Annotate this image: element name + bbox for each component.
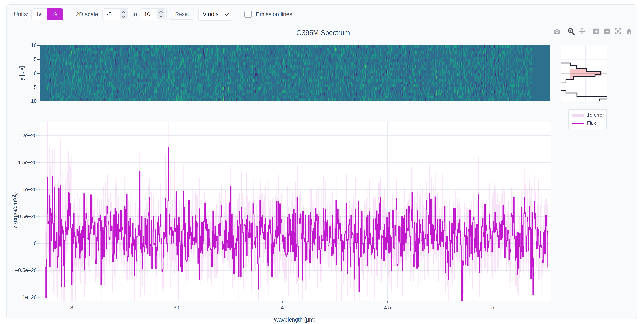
- tick-mark: [37, 270, 40, 271]
- step-down-icon[interactable]: [160, 14, 163, 17]
- y1d-tick-label: 1e−20: [7, 186, 37, 193]
- tick-mark: [37, 45, 40, 46]
- tick-mark: [37, 297, 40, 298]
- x-axis-title: Wavelength (μm): [274, 317, 316, 323]
- tick-mark: [37, 243, 40, 244]
- x-tick-label: 5: [482, 305, 504, 311]
- scale-label: 2D scale:: [76, 11, 100, 17]
- scale-min-stepper[interactable]: [120, 9, 128, 19]
- step-up-icon[interactable]: [160, 11, 163, 14]
- tick-mark: [37, 189, 40, 190]
- toolbar-divider: [70, 9, 70, 19]
- tick-mark: [37, 136, 40, 136]
- reset-button[interactable]: Reset: [170, 9, 194, 20]
- colormap-selected-value: Viridis: [203, 11, 219, 18]
- y2d-tick-label: −10: [7, 98, 37, 104]
- x-tick-label: 3: [60, 305, 83, 311]
- viewer-card: Units: fν fλ 2D scale: -5 to 10: [6, 4, 637, 320]
- pan-tool-icon[interactable]: [578, 27, 586, 36]
- scale-min-value: -5: [106, 11, 120, 17]
- tick-mark: [387, 301, 388, 303]
- legend-item-flux[interactable]: Flux: [572, 121, 606, 126]
- plot-legend: 1σ error Flux: [568, 109, 607, 129]
- scale-max-input[interactable]: 10: [140, 8, 167, 20]
- tick-mark: [282, 301, 283, 303]
- tick-mark: [37, 87, 40, 87]
- y1d-tick-label: −0.5e−20: [7, 267, 37, 274]
- units-toggle-group: fν fλ: [31, 8, 64, 20]
- y2d-tick-label: 0: [7, 70, 37, 76]
- toolbar: Units: fν fλ 2D scale: -5 to 10: [7, 4, 637, 24]
- scale-min-input[interactable]: -5: [102, 8, 129, 20]
- unit-fnu-button[interactable]: fν: [31, 8, 47, 20]
- plot-modebar: [550, 27, 634, 36]
- unit-flambda-button[interactable]: fλ: [47, 8, 64, 20]
- spectrum-2d-heatmap[interactable]: [40, 45, 550, 101]
- x-tick-label: 4.5: [376, 305, 399, 311]
- spatial-profile-plot[interactable]: [561, 45, 606, 101]
- y1d-tick-label: 0.5e−20: [7, 213, 37, 220]
- y1d-tick-label: −1e−20: [7, 294, 37, 301]
- scale-max-stepper[interactable]: [157, 9, 165, 19]
- tick-mark: [37, 216, 40, 217]
- y2d-tick-label: −5: [7, 84, 37, 90]
- tick-mark: [37, 162, 40, 163]
- emission-lines-checkbox[interactable]: [244, 11, 252, 18]
- zoom-in-icon[interactable]: [592, 27, 600, 36]
- spectrum-1d-plot[interactable]: [40, 122, 551, 301]
- tick-mark: [72, 301, 72, 303]
- tick-mark: [37, 73, 40, 74]
- colormap-select[interactable]: Viridis: [198, 7, 232, 21]
- autoscale-icon[interactable]: [614, 27, 622, 36]
- flux-line-swatch: [572, 123, 584, 124]
- tick-mark: [177, 301, 178, 303]
- emission-lines-label: Emission lines: [256, 11, 292, 17]
- zoom-tool-icon[interactable]: [567, 27, 576, 36]
- scale-max-value: 10: [144, 11, 157, 17]
- toolbar-divider: [238, 9, 238, 19]
- x-tick-label: 4: [271, 305, 294, 311]
- x-tick-label: 3.5: [166, 305, 188, 311]
- plot-title: G395M Spectrum: [296, 29, 350, 37]
- y1d-axis-title: fλ (erg/s/cm²/Å): [12, 192, 18, 230]
- legend-item-error[interactable]: 1σ error: [572, 112, 606, 118]
- y2d-tick-label: 5: [7, 56, 37, 63]
- camera-icon[interactable]: [552, 27, 561, 36]
- step-down-icon[interactable]: [122, 14, 126, 17]
- y1d-tick-label: 1.5e−20: [7, 159, 37, 166]
- legend-label: Flux: [587, 121, 596, 126]
- y2d-tick-label: 10: [7, 42, 37, 49]
- tick-mark: [37, 59, 40, 60]
- units-label: Units:: [14, 11, 28, 17]
- legend-label: 1σ error: [587, 112, 604, 118]
- step-up-icon[interactable]: [122, 11, 126, 14]
- home-icon[interactable]: [625, 27, 634, 36]
- error-band-swatch: [572, 114, 584, 117]
- zoom-out-icon[interactable]: [603, 27, 612, 36]
- tick-mark: [492, 301, 493, 303]
- tick-mark: [37, 101, 40, 102]
- chevron-down-icon: [224, 11, 229, 16]
- y1d-tick-label: 2e−20: [7, 132, 37, 139]
- y1d-tick-label: 0: [7, 240, 37, 247]
- spectrum-viewer-app: Units: fν fλ 2D scale: -5 to 10: [0, 0, 644, 324]
- to-label: to: [132, 11, 137, 17]
